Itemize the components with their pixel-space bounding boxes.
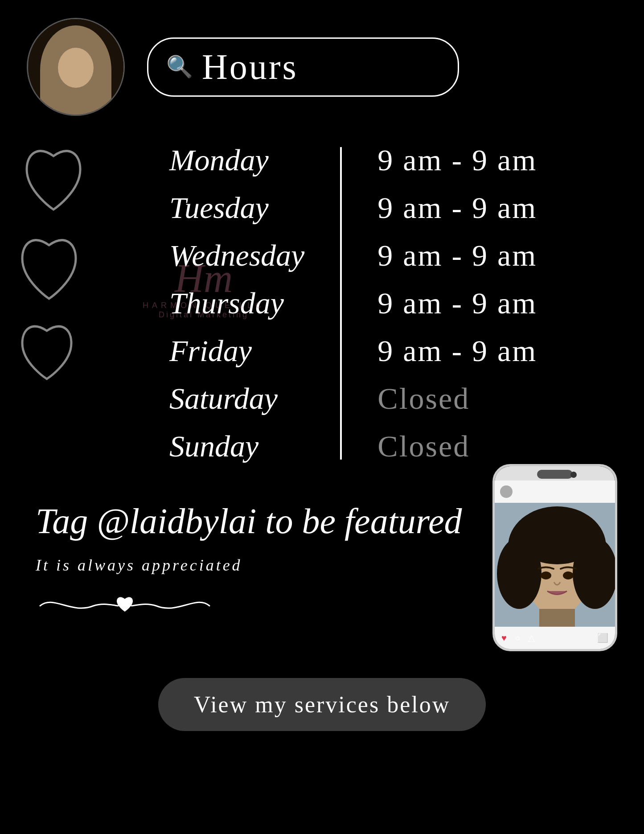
phone-notch [537, 470, 573, 479]
comment-icon: ○ [515, 633, 520, 643]
tag-text-section: Tag @laidbylai to be featured It is alwa… [36, 500, 475, 629]
share-icon: △ [528, 633, 535, 643]
svg-point-27 [517, 524, 544, 551]
hours-thursday: 9 am - 9 am [377, 286, 537, 321]
day-friday: Friday [169, 333, 304, 369]
hours-column: 9 am - 9 am 9 am - 9 am 9 am - 9 am 9 am… [377, 143, 537, 464]
hours-monday: 9 am - 9 am [377, 143, 537, 178]
svg-rect-2 [68, 88, 86, 111]
svg-point-11 [38, 69, 54, 85]
hours-saturday: Closed [377, 381, 537, 416]
appreciated-text: It is always appreciated [36, 556, 475, 575]
swirl-decoration [36, 588, 475, 629]
svg-rect-9 [53, 104, 102, 115]
hours-tuesday: 9 am - 9 am [377, 190, 537, 226]
phone-actions: ♥ ○ △ ⬜ [495, 627, 615, 649]
svg-point-12 [93, 55, 111, 73]
watermark-line2: Digital Marketing [143, 310, 265, 320]
hours-wednesday: 9 am - 9 am [377, 238, 537, 273]
svg-point-26 [580, 547, 605, 572]
phone-header [495, 481, 615, 503]
phone-avatar-dot [500, 485, 513, 498]
svg-point-3 [53, 48, 102, 106]
avatar-image [28, 19, 123, 115]
svg-point-8 [82, 70, 90, 76]
tag-text: Tag @laidbylai to be featured [36, 500, 475, 542]
svg-point-13 [98, 69, 114, 85]
svg-point-7 [64, 70, 73, 76]
heart-icon: ♥ [501, 633, 507, 643]
svg-point-6 [44, 19, 111, 64]
svg-point-25 [509, 547, 534, 572]
cta-section: View my services below [0, 651, 644, 767]
svg-point-10 [44, 55, 62, 73]
watermark-line1: HARMON QUE LLC [143, 301, 265, 310]
search-label: Hours [202, 47, 298, 87]
phone-camera [570, 472, 577, 478]
watermark: Hm HARMON QUE LLC Digital Marketing [143, 259, 265, 320]
watermark-logo: Hm [143, 259, 265, 299]
schedule-section: Hm HARMON QUE LLC Digital Marketing Mond… [0, 125, 644, 473]
day-monday: Monday [169, 143, 304, 178]
svg-point-22 [541, 571, 551, 579]
day-saturday: Saturday [169, 381, 304, 416]
svg-point-23 [563, 571, 574, 579]
day-tuesday: Tuesday [169, 190, 304, 226]
phone-image [495, 503, 615, 627]
schedule-divider [340, 147, 342, 460]
svg-point-15 [84, 35, 106, 57]
page: 🔍 Hours Hm HARMON QUE LLC Digital Market… [0, 0, 644, 834]
svg-point-28 [570, 524, 597, 551]
hours-sunday: Closed [377, 429, 537, 464]
phone-screen: ♥ ○ △ ⬜ [495, 466, 615, 649]
svg-rect-24 [539, 609, 575, 627]
top-section: 🔍 Hours [0, 0, 644, 125]
search-bar[interactable]: 🔍 Hours [147, 37, 459, 97]
day-sunday: Sunday [169, 429, 304, 464]
hours-friday: 9 am - 9 am [377, 333, 537, 369]
bottom-section: Tag @laidbylai to be featured It is alwa… [0, 473, 644, 651]
svg-point-14 [48, 35, 70, 57]
view-services-button[interactable]: View my services below [158, 678, 486, 731]
bookmark-icon: ⬜ [597, 633, 608, 643]
avatar [27, 18, 125, 116]
phone-mockup: ♥ ○ △ ⬜ [492, 464, 617, 651]
search-icon: 🔍 [166, 54, 193, 79]
